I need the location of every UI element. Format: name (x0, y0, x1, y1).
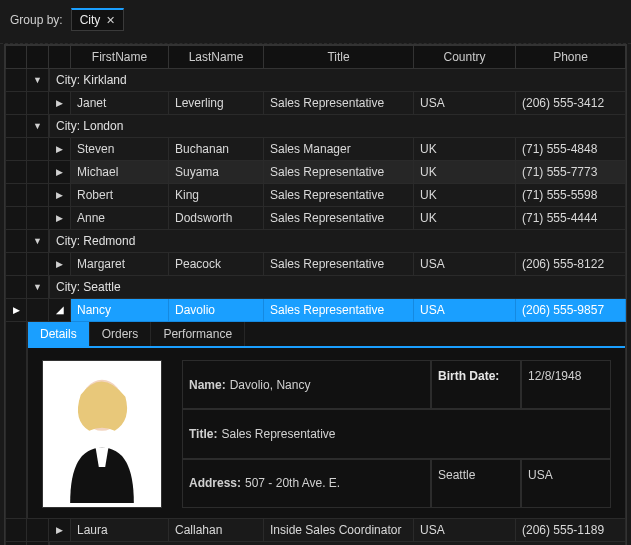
table-row[interactable]: AnneDodsworthSales RepresentativeUK(71) … (5, 207, 626, 230)
cell-lastname: Leverling (169, 92, 264, 115)
col-lastname[interactable]: LastName (169, 45, 264, 69)
table-row[interactable]: ◢NancyDavolioSales RepresentativeUSA(206… (5, 299, 626, 322)
cell-country: USA (414, 92, 516, 115)
col-country[interactable]: Country (414, 45, 516, 69)
detail-expander[interactable] (49, 207, 71, 230)
detail-expander[interactable] (49, 138, 71, 161)
chevron-down-icon[interactable] (33, 75, 42, 85)
cell-country: USA (414, 299, 516, 322)
header-spacer (27, 45, 49, 69)
group-chip-city[interactable]: City ✕ (71, 8, 125, 31)
cell-title: Sales Representative (264, 207, 414, 230)
col-firstname[interactable]: FirstName (71, 45, 169, 69)
table-row[interactable]: LauraCallahanInside Sales CoordinatorUSA… (5, 519, 626, 542)
cell-firstname: Robert (71, 184, 169, 207)
row-spacer (27, 519, 49, 542)
col-title[interactable]: Title (264, 45, 414, 69)
chevron-down-icon[interactable] (33, 236, 42, 246)
tab-orders[interactable]: Orders (90, 322, 152, 346)
row-indicator (5, 230, 27, 253)
chevron-down-icon[interactable] (33, 282, 42, 292)
group-row[interactable]: City: Redmond (5, 230, 626, 253)
cell-phone: (206) 555-9857 (516, 299, 626, 322)
detail-name: Name: Davolio, Nancy (182, 360, 431, 409)
detail-expander[interactable] (49, 519, 71, 542)
row-indicator (5, 92, 27, 115)
chevron-right-icon[interactable] (56, 144, 63, 154)
col-phone[interactable]: Phone (516, 45, 626, 69)
group-row[interactable]: City: Kirkland (5, 69, 626, 92)
current-row-icon (13, 305, 20, 315)
data-grid: FirstName LastName Title Country Phone C… (4, 44, 627, 545)
cell-phone: (206) 555-3412 (516, 92, 626, 115)
detail-panel: DetailsOrdersPerformanceName: Davolio, N… (27, 322, 626, 519)
group-expander[interactable] (27, 69, 49, 92)
cell-lastname: King (169, 184, 264, 207)
chevron-down-icon[interactable]: ◢ (56, 305, 64, 315)
cell-phone: (71) 555-5598 (516, 184, 626, 207)
group-chip-text: City (80, 13, 101, 27)
chevron-right-icon[interactable] (56, 213, 63, 223)
row-indicator (5, 253, 27, 276)
detail-row: DetailsOrdersPerformanceName: Davolio, N… (5, 322, 626, 519)
employee-photo (42, 360, 162, 508)
chevron-down-icon[interactable] (33, 121, 42, 131)
group-label: City: London (49, 115, 626, 138)
group-row[interactable]: City: London (5, 115, 626, 138)
cell-firstname: Nancy (71, 299, 169, 322)
table-row[interactable]: MichaelSuyamaSales RepresentativeUK(71) … (5, 161, 626, 184)
detail-address-value: 507 - 20th Ave. E. (245, 476, 340, 490)
cell-title: Inside Sales Coordinator (264, 519, 414, 542)
detail-expander[interactable] (49, 161, 71, 184)
chevron-right-icon[interactable] (56, 525, 63, 535)
group-expander[interactable] (27, 230, 49, 253)
row-indicator (5, 115, 27, 138)
row-spacer (27, 207, 49, 230)
detail-expander[interactable] (49, 253, 71, 276)
column-headers: FirstName LastName Title Country Phone (5, 45, 626, 69)
group-label: City: Seattle (49, 276, 626, 299)
chevron-right-icon[interactable] (56, 98, 63, 108)
chevron-right-icon[interactable] (56, 167, 63, 177)
row-spacer (27, 161, 49, 184)
table-row[interactable]: MargaretPeacockSales RepresentativeUSA(2… (5, 253, 626, 276)
detail-name-label: Name: (189, 378, 226, 392)
detail-birth-label: Birth Date: (431, 360, 521, 409)
cell-title: Sales Representative (264, 253, 414, 276)
detail-birth-value: 12/8/1948 (521, 360, 611, 409)
cell-lastname: Suyama (169, 161, 264, 184)
row-indicator (5, 161, 27, 184)
detail-expander[interactable] (49, 92, 71, 115)
cell-phone: (206) 555-1189 (516, 519, 626, 542)
cell-phone: (71) 555-4848 (516, 138, 626, 161)
row-spacer (27, 253, 49, 276)
table-row[interactable]: RobertKingSales RepresentativeUK(71) 555… (5, 184, 626, 207)
chevron-right-icon[interactable] (56, 190, 63, 200)
table-row[interactable]: StevenBuchananSales ManagerUK(71) 555-48… (5, 138, 626, 161)
row-indicator (5, 207, 27, 230)
table-row[interactable]: JanetLeverlingSales RepresentativeUSA(20… (5, 92, 626, 115)
cell-lastname: Davolio (169, 299, 264, 322)
cell-lastname: Dodsworth (169, 207, 264, 230)
detail-address: Address: 507 - 20th Ave. E. (182, 459, 431, 508)
cell-firstname: Margaret (71, 253, 169, 276)
detail-expander[interactable]: ◢ (49, 299, 71, 322)
row-indicator (5, 276, 27, 299)
close-icon[interactable]: ✕ (106, 14, 115, 27)
header-spacer (5, 45, 27, 69)
row-indicator (5, 519, 27, 542)
detail-expander[interactable] (49, 184, 71, 207)
cell-phone: (71) 555-4444 (516, 207, 626, 230)
cell-country: USA (414, 519, 516, 542)
cell-lastname: Peacock (169, 253, 264, 276)
chevron-right-icon[interactable] (56, 259, 63, 269)
cell-country: USA (414, 253, 516, 276)
cell-title: Sales Representative (264, 92, 414, 115)
group-by-bar: Group by: City ✕ (0, 0, 631, 44)
tab-performance[interactable]: Performance (151, 322, 245, 346)
group-row[interactable]: City: Seattle (5, 276, 626, 299)
cell-firstname: Steven (71, 138, 169, 161)
group-expander[interactable] (27, 276, 49, 299)
group-expander[interactable] (27, 115, 49, 138)
tab-details[interactable]: Details (28, 322, 90, 346)
